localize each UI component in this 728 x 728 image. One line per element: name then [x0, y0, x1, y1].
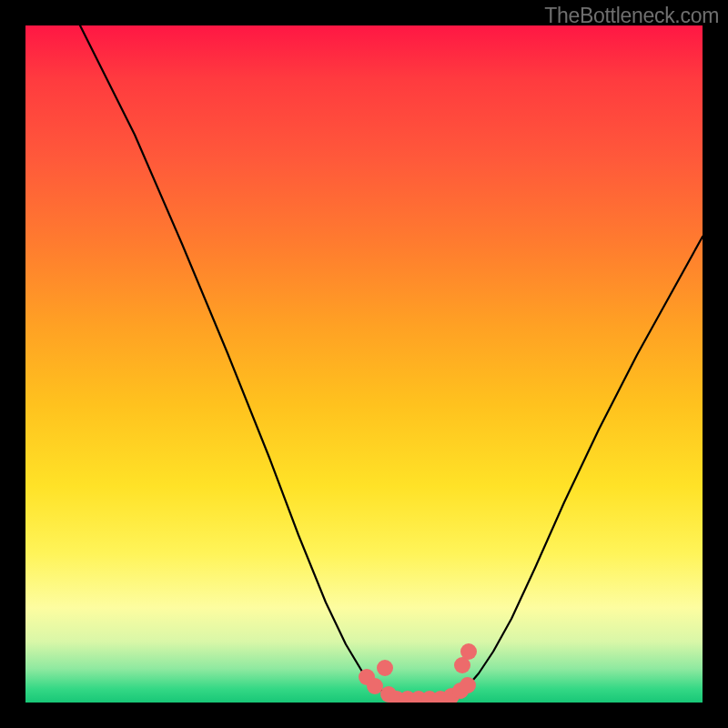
bottleneck-curve-line — [80, 25, 703, 699]
flat-region-dot — [460, 677, 476, 693]
watermark-text: TheBottleneck.com — [544, 4, 719, 28]
flat-region-dot — [460, 643, 477, 660]
chart-plot-area — [25, 25, 703, 703]
bottleneck-curve-svg — [25, 25, 703, 703]
flat-region-dot — [377, 660, 393, 676]
